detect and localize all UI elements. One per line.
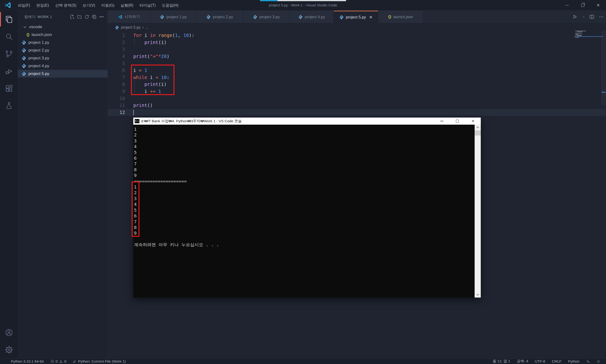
menu-selection[interactable]: 선택 영역(S)	[52, 0, 80, 11]
split-editor-icon[interactable]	[589, 14, 595, 20]
console-scrollbar[interactable]	[475, 125, 481, 298]
scrollbar-thumb[interactable]	[475, 130, 481, 136]
tab-project-5-active[interactable]: project 5.py ✕	[334, 11, 378, 23]
console-close-button[interactable]: ✕	[465, 117, 481, 125]
tree-item-project-2[interactable]: project 2.py	[18, 46, 108, 54]
console-line: 9	[134, 230, 481, 236]
settings-gear-icon[interactable]	[0, 341, 18, 358]
scroll-down-icon[interactable]	[475, 292, 481, 298]
new-folder-icon[interactable]	[77, 14, 82, 19]
tree-item-project-1[interactable]: project 1.py	[18, 39, 108, 46]
menu-view[interactable]: 보기(V)	[80, 0, 98, 11]
tab-launch-json[interactable]: {} launch.json	[378, 11, 423, 23]
status-encoding[interactable]: UTF-8	[531, 359, 549, 364]
extensions-icon[interactable]	[0, 80, 18, 97]
run-debug-icon[interactable]	[0, 63, 18, 80]
code-lines[interactable]: 1for i in range(1, 10):2 print(i)34print…	[108, 32, 606, 116]
code-line[interactable]: 12	[108, 109, 606, 116]
tree-label: launch.json	[31, 32, 52, 37]
close-button[interactable]: ✕	[590, 0, 606, 11]
collapse-folders-icon[interactable]	[92, 14, 97, 19]
tree-item-project-3[interactable]: project 3.py	[18, 54, 108, 62]
code-line[interactable]: 4print("="*20)	[108, 53, 606, 60]
code-line[interactable]: 10	[108, 95, 606, 102]
code-line[interactable]: 8 print(i)	[108, 81, 606, 88]
tab-label: launch.json	[393, 15, 413, 19]
tree-label: project 4.py	[28, 64, 49, 68]
console-maximize-button[interactable]	[449, 117, 465, 125]
run-dropdown-chevron-icon[interactable]	[582, 14, 585, 20]
code-text: print()	[133, 102, 153, 109]
tab-project-2[interactable]: project 2.py	[196, 11, 243, 23]
top-progress-white	[277, 0, 346, 1]
console-output: 123456789====================123456789 계…	[134, 127, 481, 248]
testing-icon[interactable]	[0, 97, 18, 114]
status-language[interactable]: Python	[565, 359, 583, 364]
line-number: 10	[108, 96, 125, 101]
more-actions-icon[interactable]	[598, 14, 604, 20]
tree-item-launch-json[interactable]: {} launch.json	[18, 31, 108, 39]
tree-label: project 5.py	[28, 71, 49, 76]
console-line	[134, 236, 481, 242]
bell-icon[interactable]	[593, 359, 604, 364]
menu-edit[interactable]: 편집(E)	[33, 0, 52, 11]
status-debug-config[interactable]: Python: Current File (Work 1)	[70, 359, 129, 364]
run-file-icon[interactable]	[572, 14, 578, 20]
minimap-slider[interactable]	[601, 31, 606, 105]
scroll-up-icon[interactable]	[475, 125, 481, 130]
chevron-down-icon	[23, 25, 27, 29]
tree-item-project-4[interactable]: project 4.py	[18, 62, 108, 70]
menu-help[interactable]: 도움말(H)	[159, 0, 182, 11]
vscode-logo-icon	[118, 15, 122, 19]
menu-run[interactable]: 실행(R)	[117, 0, 136, 11]
menu-go[interactable]: 이동(G)	[98, 0, 117, 11]
breadcrumb-file[interactable]: project 5.py	[121, 25, 141, 30]
python-file-icon	[22, 40, 26, 45]
tab-label: 시작하기	[124, 14, 140, 19]
status-cursor-position[interactable]: 줄 12, 열 1	[489, 359, 513, 364]
code-line[interactable]: 7while i < 10:	[108, 74, 606, 81]
source-control-icon[interactable]	[0, 45, 18, 63]
tab-close-icon[interactable]: ✕	[369, 15, 373, 20]
search-icon[interactable]	[0, 28, 18, 45]
tree-item-vscode-folder[interactable]: .vscode	[18, 23, 108, 31]
console-title-bar[interactable]: C:\ d:₩IT Bank 수업₩4. Python₩3주차₩Work 1 -…	[133, 117, 481, 125]
console-line: 7	[134, 161, 481, 167]
menu-terminal[interactable]: 터미널(T)	[136, 0, 159, 11]
vscode-window: 파일(F) 편집(E) 선택 영역(S) 보기(V) 이동(G) 실행(R) 터…	[0, 0, 606, 364]
tab-project-3[interactable]: project 3.py	[243, 11, 290, 23]
status-indentation[interactable]: 공백: 4	[513, 359, 531, 364]
restore-button[interactable]	[575, 0, 590, 11]
json-icon: {}	[388, 15, 391, 19]
code-line[interactable]: 6i = 1	[108, 67, 606, 74]
tree-item-project-5[interactable]: project 5.py	[18, 70, 108, 78]
status-python-version[interactable]: Python 3.10.1 64-bit	[0, 359, 47, 364]
tab-project-1[interactable]: project 1.py	[150, 11, 196, 23]
console-line: 4	[134, 202, 481, 207]
menu-file[interactable]: 파일(F)	[15, 0, 33, 11]
code-line[interactable]: 5	[108, 60, 606, 67]
breadcrumb-more[interactable]: ...	[146, 25, 149, 30]
more-actions-icon[interactable]	[99, 14, 104, 19]
status-eol[interactable]: CRLF	[549, 359, 565, 364]
tab-getting-started[interactable]: 시작하기	[108, 11, 150, 23]
new-file-icon[interactable]	[70, 14, 75, 19]
console-line: 2	[134, 132, 481, 138]
code-line[interactable]: 1for i in range(1, 10):	[108, 32, 606, 39]
refresh-icon[interactable]	[84, 14, 90, 19]
explorer-icon[interactable]	[0, 11, 18, 28]
tab-project-4[interactable]: project 4.py	[290, 11, 334, 23]
explorer-sidebar: 탐색기: WORK 1 .vscode {} launch.json proje…	[18, 11, 108, 358]
breadcrumb[interactable]: project 5.py › ...	[108, 23, 606, 32]
code-line[interactable]: 9 i += 1	[108, 88, 606, 95]
console-minimize-button[interactable]	[434, 117, 449, 125]
console-line: 8	[134, 225, 481, 230]
status-problems[interactable]: 0 0	[47, 359, 70, 364]
minimize-button[interactable]	[559, 0, 575, 11]
feedback-icon[interactable]	[583, 359, 593, 364]
code-line[interactable]: 3	[108, 46, 606, 53]
code-line[interactable]: 11print()	[108, 102, 606, 109]
console-line: 2	[134, 190, 481, 195]
code-line[interactable]: 2 print(i)	[108, 39, 606, 46]
account-icon[interactable]	[0, 324, 18, 341]
